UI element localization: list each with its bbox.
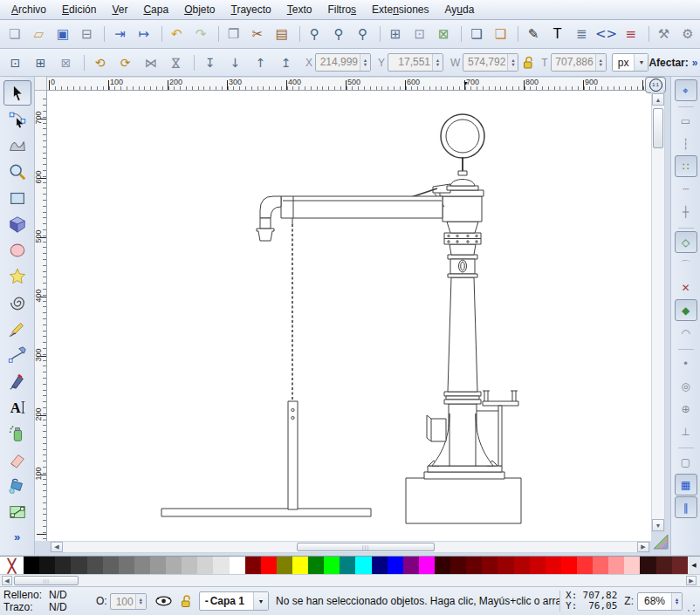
paint-bucket-tool[interactable]	[3, 473, 31, 498]
color-swatch[interactable]	[213, 557, 229, 575]
resize-grip[interactable]	[686, 603, 697, 613]
color-swatch[interactable]	[498, 557, 513, 575]
spin-input[interactable]: 17,551 ▲▼	[388, 53, 443, 72]
box3d-tool[interactable]	[3, 211, 31, 236]
color-swatch[interactable]	[55, 557, 71, 575]
create-clone-button[interactable]: ⊡	[408, 23, 431, 45]
duplicate-button[interactable]: ⊞	[384, 23, 407, 45]
snap-guides-toggle[interactable]: ∥	[675, 496, 697, 518]
save-document-button[interactable]: ▣	[51, 23, 74, 45]
select-all-layers-button[interactable]: ⊞	[29, 51, 52, 74]
color-swatch[interactable]	[608, 557, 624, 575]
layer-lock-icon[interactable]	[181, 594, 192, 608]
open-document-button[interactable]: ▱	[28, 23, 51, 45]
opacity-field[interactable]: 100 ▲▼	[110, 593, 147, 610]
scroll-right-arrow-icon[interactable]: ▶	[637, 542, 649, 552]
toolbox-overflow-button[interactable]: »	[14, 530, 20, 543]
color-swatch[interactable]	[593, 557, 608, 575]
color-swatch[interactable]	[403, 557, 419, 575]
redo-button[interactable]: ↷	[189, 23, 212, 45]
xml-editor-button[interactable]: <>	[594, 23, 618, 45]
swatch-none[interactable]: ╳	[0, 557, 24, 575]
color-swatch[interactable]	[514, 557, 530, 575]
color-swatch[interactable]	[324, 557, 340, 575]
zoom-selection-button[interactable]: ⚲	[304, 23, 326, 45]
bezier-tool[interactable]	[3, 342, 31, 367]
tweak-tool[interactable]	[3, 133, 31, 158]
color-swatch[interactable]	[640, 557, 655, 575]
color-swatch[interactable]	[182, 557, 197, 575]
menu-trayecto[interactable]: Trayecto	[223, 1, 279, 18]
color-swatch[interactable]	[103, 557, 119, 575]
lower-button[interactable]: ↓	[223, 51, 247, 74]
calligraphy-tool[interactable]	[3, 368, 31, 393]
fill-stroke-indicator[interactable]: Relleno: N/D Trazo: N/D	[3, 589, 84, 613]
undo-button[interactable]: ↶	[166, 23, 189, 45]
horizontal-ruler[interactable]: ▼ 0100200300400500600700800900	[47, 78, 645, 91]
deselect-button[interactable]: ⊠	[54, 51, 78, 74]
color-swatch[interactable]	[39, 557, 55, 575]
snap-path-intersections-toggle[interactable]: ✕	[675, 277, 697, 298]
rotate-cw-button[interactable]: ⟳	[113, 51, 137, 74]
gradient-tool[interactable]	[3, 499, 31, 524]
print-document-button[interactable]: ⊟	[76, 23, 99, 45]
spin-input[interactable]: 707,886 ▲▼	[551, 53, 607, 72]
spinner-arrows-icon[interactable]: ▲▼	[507, 54, 518, 71]
snap-bbox-edges-toggle[interactable]: ┆	[675, 133, 697, 154]
pencil-tool[interactable]	[3, 316, 31, 341]
spinner-arrows-icon[interactable]: ▲▼	[135, 594, 146, 609]
snap-rotation-centers-toggle[interactable]: ⊕	[675, 398, 697, 420]
scroll-down-arrow-icon[interactable]: ▼	[652, 519, 664, 531]
color-swatch[interactable]	[372, 557, 388, 575]
pump-drawing[interactable]	[47, 91, 651, 541]
menu-ayuda[interactable]: Ayuda	[437, 1, 483, 18]
menu-ver[interactable]: Ver	[104, 1, 135, 18]
palette-scrollbar-thumb[interactable]: |||	[14, 576, 79, 585]
selector-tool[interactable]	[3, 80, 31, 106]
snap-line-midpoints-toggle[interactable]: •	[675, 352, 697, 374]
horizontal-scrollbar-thumb[interactable]: |||	[297, 543, 435, 551]
canvas[interactable]	[47, 91, 651, 541]
raise-to-top-button[interactable]: ↥	[274, 51, 298, 74]
color-swatch[interactable]	[24, 557, 39, 575]
snap-object-centers-toggle[interactable]: ◎	[675, 375, 697, 397]
menu-extensiones[interactable]: Extensiones	[364, 1, 436, 18]
palette-config-button[interactable]	[649, 532, 672, 553]
horizontal-scrollbar[interactable]: ◀ ||| ▶	[50, 541, 650, 553]
scroll-up-arrow-icon[interactable]: ▲	[652, 93, 664, 106]
unlink-clone-button[interactable]: ⊠	[433, 23, 456, 45]
color-swatch[interactable]	[261, 557, 277, 575]
color-swatch[interactable]	[166, 557, 182, 575]
color-swatch[interactable]	[435, 557, 450, 575]
snap-paths-toggle[interactable]: ⌒	[675, 254, 697, 276]
import-button[interactable]: ⇥	[108, 23, 131, 45]
menu-edicion[interactable]: Edición	[54, 1, 104, 18]
snap-grid-toggle[interactable]: ▦	[675, 474, 697, 495]
enable-snapping-toggle[interactable]: ⌖	[675, 79, 697, 101]
zoom-1-1-button[interactable]: 1:1	[645, 77, 666, 93]
snap-bbox-corners-toggle[interactable]: ∷	[675, 155, 697, 177]
spinner-arrows-icon[interactable]: ▲▼	[671, 593, 682, 610]
menu-archivo[interactable]: Archivo	[3, 1, 54, 18]
node-tool[interactable]	[3, 106, 31, 132]
spin-input[interactable]: 214,999 ▲▼	[315, 53, 371, 72]
spinner-arrows-icon[interactable]: ▲▼	[432, 54, 443, 71]
snap-text-baselines-toggle[interactable]: ⊥	[675, 420, 697, 442]
cut-button[interactable]: ✂	[246, 23, 269, 45]
zoom-page-button[interactable]: ⚲	[352, 23, 374, 45]
color-swatch[interactable]	[672, 557, 688, 575]
scroll-left-arrow-icon[interactable]: ◀	[2, 576, 12, 585]
vertical-scrollbar[interactable]: ▲ ▼	[651, 92, 665, 532]
color-swatch[interactable]	[624, 557, 640, 575]
toolbar-overflow-button[interactable]: »	[692, 57, 698, 69]
align-dialog-button[interactable]: ≡	[620, 23, 642, 45]
snap-nodes-toggle[interactable]: ◇	[675, 231, 697, 253]
palette-scrollbar[interactable]: ◀ ||| ▶	[0, 574, 700, 586]
layers-dialog-button[interactable]: ≣	[570, 23, 593, 45]
menu-filtros[interactable]: Filtros	[319, 1, 364, 18]
palette-scroll-arrow-icon[interactable]: ◀	[688, 556, 700, 574]
color-swatch[interactable]	[577, 557, 593, 575]
scroll-right-arrow-icon[interactable]: ▶	[686, 576, 697, 585]
eraser-tool[interactable]	[3, 447, 31, 472]
lock-open-icon[interactable]	[523, 56, 534, 70]
